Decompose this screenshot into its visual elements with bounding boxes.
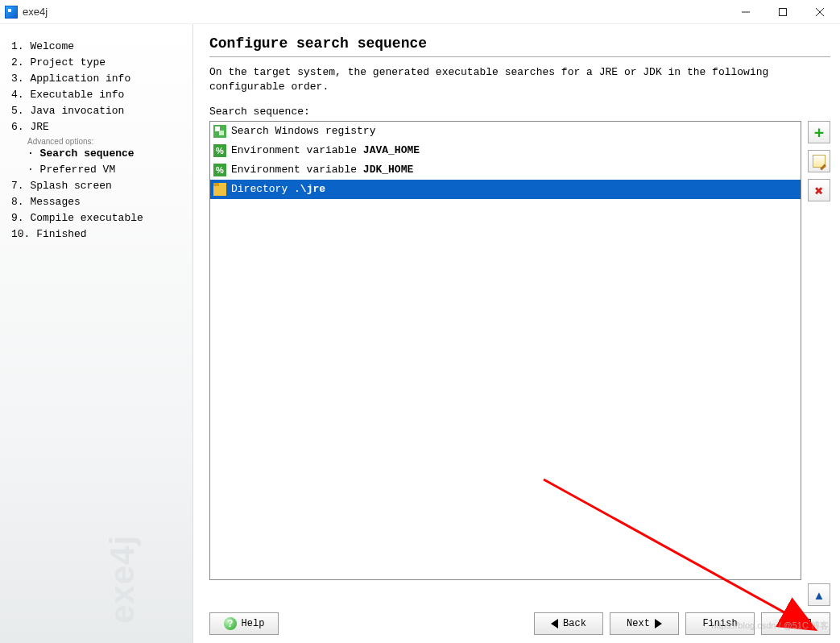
maximize-button[interactable] bbox=[764, 0, 801, 24]
list-side-buttons: + ✖ ▲ ▼ bbox=[808, 121, 830, 635]
sidebar-item-preferred-vm[interactable]: Preferred VM bbox=[27, 162, 184, 178]
close-button[interactable] bbox=[801, 0, 838, 24]
sequence-label: Search sequence: bbox=[209, 106, 830, 118]
sidebar-item-finished[interactable]: 10. Finished bbox=[11, 226, 184, 243]
page-heading: Configure search sequence bbox=[209, 35, 830, 52]
sidebar-item-project-type[interactable]: 2. Project type bbox=[11, 55, 184, 71]
cross-icon: ✖ bbox=[815, 182, 824, 199]
list-item[interactable]: %Environment variable JAVA_HOME bbox=[210, 141, 801, 160]
env-icon: % bbox=[213, 164, 226, 176]
list-item-label: Search Windows registry bbox=[231, 123, 375, 139]
content-pane: Configure search sequence On the target … bbox=[193, 24, 840, 643]
chevron-up-icon: ▲ bbox=[813, 588, 826, 602]
search-sequence-list[interactable]: Search Windows registry%Environment vari… bbox=[209, 121, 801, 580]
remove-button[interactable]: ✖ bbox=[808, 179, 830, 201]
triangle-left-icon bbox=[551, 619, 558, 628]
help-icon: ? bbox=[224, 617, 237, 630]
sidebar-item-welcome[interactable]: 1. Welcome bbox=[11, 39, 184, 55]
heading-separator bbox=[209, 56, 830, 57]
list-item-label: Environment variable JAVA_HOME bbox=[231, 143, 420, 159]
move-up-button[interactable]: ▲ bbox=[808, 583, 830, 606]
edit-button[interactable] bbox=[808, 150, 830, 172]
sidebar-item-compile-executable[interactable]: 9. Compile executable bbox=[11, 210, 184, 226]
list-item[interactable]: Search Windows registry bbox=[210, 122, 801, 141]
sidebar: 1. Welcome 2. Project type 3. Applicatio… bbox=[0, 24, 193, 643]
svg-rect-1 bbox=[780, 8, 787, 15]
sidebar-item-splash-screen[interactable]: 7. Splash screen bbox=[11, 178, 184, 194]
next-label: Next bbox=[627, 618, 650, 629]
sidebar-item-messages[interactable]: 8. Messages bbox=[11, 194, 184, 210]
window-title: exe4j bbox=[23, 6, 48, 18]
sidebar-item-search-sequence[interactable]: Search sequence bbox=[27, 146, 184, 162]
list-item[interactable]: %Environment variable JDK_HOME bbox=[210, 160, 801, 180]
reg-icon bbox=[213, 125, 226, 138]
back-button[interactable]: Back bbox=[534, 612, 603, 635]
add-button[interactable]: + bbox=[808, 121, 830, 143]
sidebar-watermark: exe4j bbox=[103, 535, 142, 624]
sidebar-item-java-invocation[interactable]: 5. Java invocation bbox=[11, 103, 184, 119]
app-icon bbox=[5, 6, 18, 19]
help-label: Help bbox=[242, 618, 265, 629]
sidebar-item-application-info[interactable]: 3. Application info bbox=[11, 71, 184, 87]
image-watermark: https://blog.csdn / @51C 博客 bbox=[711, 620, 829, 632]
pencil-icon bbox=[813, 155, 826, 168]
dir-icon bbox=[213, 183, 226, 196]
sidebar-item-jre[interactable]: 6. JRE bbox=[11, 119, 184, 135]
plus-icon: + bbox=[814, 124, 824, 140]
back-label: Back bbox=[563, 618, 586, 629]
list-item-label: Directory .\jre bbox=[231, 181, 325, 197]
sidebar-item-executable-info[interactable]: 4. Executable info bbox=[11, 87, 184, 103]
list-item-label: Environment variable JDK_HOME bbox=[231, 162, 413, 178]
next-button[interactable]: Next bbox=[610, 612, 679, 635]
window-controls bbox=[727, 0, 838, 24]
titlebar: exe4j bbox=[0, 0, 840, 24]
list-item[interactable]: Directory .\jre bbox=[210, 180, 801, 199]
minimize-button[interactable] bbox=[727, 0, 764, 24]
env-icon: % bbox=[213, 144, 226, 157]
help-button[interactable]: ? Help bbox=[209, 612, 279, 635]
sidebar-advanced-label: Advanced options: bbox=[27, 137, 184, 146]
triangle-right-icon bbox=[655, 619, 662, 628]
page-description: On the target system, the generated exec… bbox=[209, 65, 830, 94]
